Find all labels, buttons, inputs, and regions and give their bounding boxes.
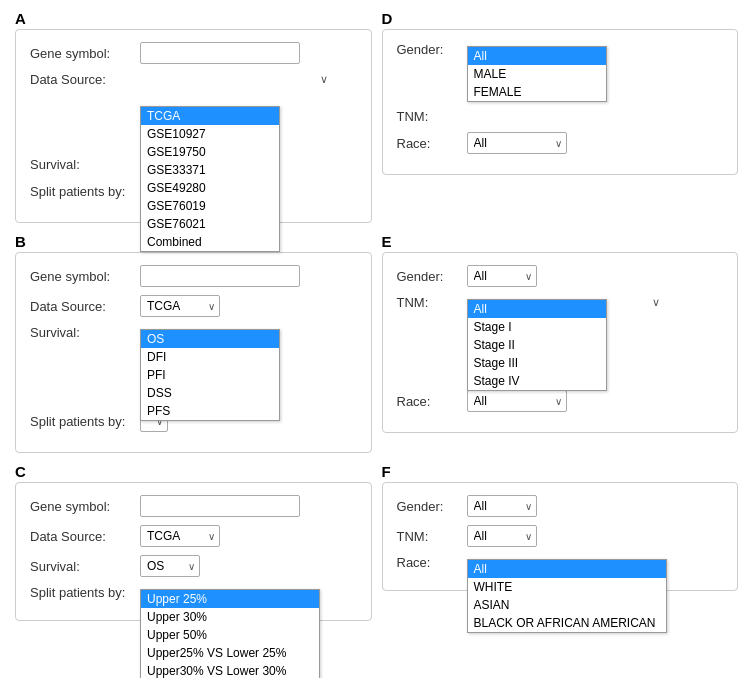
race-option-black[interactable]: BLACK OR AFRICAN AMERICAN [468,614,666,632]
race-select-e[interactable]: All [467,390,567,412]
race-row-d: Race: All [397,132,724,154]
tnm-option-stage3[interactable]: Stage III [468,354,606,372]
panel-e: Gender: All TNM: All Stage I Stage II St… [382,252,739,433]
gene-symbol-input-a[interactable] [140,42,300,64]
gender-select-f[interactable]: All [467,495,537,517]
panel-d-letter: D [382,10,739,27]
gender-row-d: Gender: All MALE FEMALE [397,42,724,57]
gene-symbol-input-c[interactable] [140,495,300,517]
datasource-option-combined[interactable]: Combined [141,233,279,251]
race-row-e: Race: All [397,390,724,412]
gene-symbol-label-a: Gene symbol: [30,46,140,61]
panel-c-letter: C [15,463,372,480]
race-label-e: Race: [397,394,467,409]
gender-select-wrapper-e[interactable]: All [467,265,537,287]
datasource-label-a: Data Source: [30,72,140,87]
datasource-label-c: Data Source: [30,529,140,544]
gender-option-male[interactable]: MALE [468,65,606,83]
split-option-upper50[interactable]: Upper 50% [141,626,319,644]
panel-e-letter: E [382,233,739,250]
panel-a-letter: A [15,10,372,27]
tnm-option-all[interactable]: All [468,300,606,318]
race-option-white[interactable]: WHITE [468,578,666,596]
tnm-row-e: TNM: All Stage I Stage II Stage III Stag… [397,295,724,310]
tnm-dropdown-e[interactable]: All Stage I Stage II Stage III Stage IV [467,299,607,391]
gender-label-d: Gender: [397,42,467,57]
datasource-option-gse33371[interactable]: GSE33371 [141,161,279,179]
datasource-select-b[interactable]: TCGA [140,295,220,317]
datasource-option-gse19750[interactable]: GSE19750 [141,143,279,161]
panel-c: Gene symbol: Data Source: TCGA Survival:… [15,482,372,621]
split-dropdown-c[interactable]: Upper 25% Upper 30% Upper 50% Upper25% V… [140,589,320,678]
survival-label-a: Survival: [30,157,140,172]
survival-row-c: Survival: OS [30,555,357,577]
panel-f: Gender: All TNM: All Race: [382,482,739,591]
datasource-option-gse10927[interactable]: GSE10927 [141,125,279,143]
datasource-option-gse76021[interactable]: GSE76021 [141,215,279,233]
gene-symbol-label-c: Gene symbol: [30,499,140,514]
gene-symbol-label-b: Gene symbol: [30,269,140,284]
gender-option-all[interactable]: All [468,47,606,65]
gene-symbol-row-b: Gene symbol: [30,265,357,287]
race-dropdown-f[interactable]: All WHITE ASIAN BLACK OR AFRICAN AMERICA… [467,559,667,633]
gender-option-female[interactable]: FEMALE [468,83,606,101]
race-select-d[interactable]: All [467,132,567,154]
panel-b: Gene symbol: Data Source: TCGA Survival:… [15,252,372,453]
tnm-select-f[interactable]: All [467,525,537,547]
split-option-upper25-vs-lower25[interactable]: Upper25% VS Lower 25% [141,644,319,662]
survival-row-b: Survival: OS DFI PFI DSS PFS [30,325,357,340]
survival-option-dss[interactable]: DSS [141,384,279,402]
split-option-upper30-vs-lower30[interactable]: Upper30% VS Lower 30% [141,662,319,678]
datasource-option-gse49280[interactable]: GSE49280 [141,179,279,197]
datasource-row-b: Data Source: TCGA [30,295,357,317]
split-label-c: Split patients by: [30,585,140,600]
split-label-a: Split patients by: [30,184,140,199]
race-option-asian[interactable]: ASIAN [468,596,666,614]
race-option-all[interactable]: All [468,560,666,578]
gender-select-wrapper-f[interactable]: All [467,495,537,517]
gene-symbol-input-b[interactable] [140,265,300,287]
race-select-wrapper-e[interactable]: All [467,390,567,412]
gender-label-e: Gender: [397,269,467,284]
survival-label-b: Survival: [30,325,140,340]
gender-row-f: Gender: All [397,495,724,517]
survival-label-c: Survival: [30,559,140,574]
tnm-row-d: TNM: [397,109,724,124]
tnm-label-d: TNM: [397,109,467,124]
datasource-row-a: Data Source: TCGA GSE10927 GSE19750 GSE3… [30,72,357,87]
race-label-d: Race: [397,136,467,151]
gender-select-e[interactable]: All [467,265,537,287]
panel-a: Gene symbol: Data Source: TCGA GSE10927 … [15,29,372,223]
split-option-upper30[interactable]: Upper 30% [141,608,319,626]
tnm-option-stage2[interactable]: Stage II [468,336,606,354]
survival-select-wrapper-c[interactable]: OS [140,555,200,577]
survival-option-pfs[interactable]: PFS [141,402,279,420]
tnm-label-e: TNM: [397,295,467,310]
datasource-dropdown-a[interactable]: TCGA GSE10927 GSE19750 GSE33371 GSE49280… [140,106,280,252]
datasource-option-gse76019[interactable]: GSE76019 [141,197,279,215]
split-option-upper25[interactable]: Upper 25% [141,590,319,608]
panel-d: Gender: All MALE FEMALE TNM: Race: All [382,29,739,175]
survival-select-c[interactable]: OS [140,555,200,577]
gene-symbol-row-c: Gene symbol: [30,495,357,517]
race-select-wrapper-d[interactable]: All [467,132,567,154]
survival-option-pfi[interactable]: PFI [141,366,279,384]
split-row-c: Split patients by: Upper 25% Upper 30% U… [30,585,357,600]
survival-option-dfi[interactable]: DFI [141,348,279,366]
split-label-b: Split patients by: [30,414,140,429]
gender-dropdown-d[interactable]: All MALE FEMALE [467,46,607,102]
race-row-f: Race: All WHITE ASIAN BLACK OR AFRICAN A… [397,555,724,570]
gender-label-f: Gender: [397,499,467,514]
datasource-select-wrapper-b[interactable]: TCGA [140,295,220,317]
datasource-row-c: Data Source: TCGA [30,525,357,547]
datasource-select-c[interactable]: TCGA [140,525,220,547]
survival-dropdown-b[interactable]: OS DFI PFI DSS PFS [140,329,280,421]
datasource-option-tcga[interactable]: TCGA [141,107,279,125]
tnm-option-stage4[interactable]: Stage IV [468,372,606,390]
datasource-select-wrapper-c[interactable]: TCGA [140,525,220,547]
tnm-option-stage1[interactable]: Stage I [468,318,606,336]
race-label-f: Race: [397,555,467,570]
tnm-row-f: TNM: All [397,525,724,547]
tnm-select-wrapper-f[interactable]: All [467,525,537,547]
survival-option-os[interactable]: OS [141,330,279,348]
